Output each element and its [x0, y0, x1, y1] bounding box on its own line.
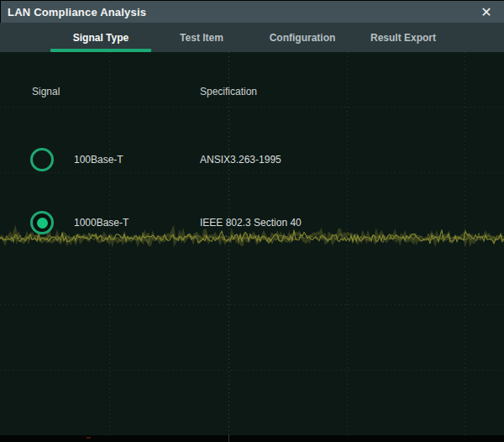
graticule-hline: [0, 172, 504, 173]
signal-label[interactable]: 1000Base-T: [74, 217, 129, 229]
dialog-title: LAN Compliance Analysis: [8, 6, 146, 18]
tab-signal-type[interactable]: Signal Type: [50, 23, 151, 52]
graticule-hline: [0, 107, 504, 108]
column-header-signal: Signal: [32, 87, 60, 97]
graticule-hline: [0, 304, 504, 305]
graticule-hline: [0, 370, 504, 371]
tab-strip: Signal Type Test Item Configuration Resu…: [50, 23, 454, 52]
radio-100base-t[interactable]: [30, 148, 54, 171]
trigger-level-tick: [87, 437, 91, 439]
specification-label: IEEE 802.3 Section 40: [200, 217, 302, 229]
specification-label: ANSIX3.263-1995: [200, 154, 281, 166]
signal-label[interactable]: 100Base-T: [74, 154, 123, 166]
radio-1000base-t[interactable]: [30, 211, 54, 234]
tab-result-export[interactable]: Result Export: [353, 23, 454, 52]
tab-test-item[interactable]: Test Item: [151, 23, 252, 52]
waveform-trace: [0, 225, 504, 250]
waveform-display-area: Signal Specification 100Base-T ANSIX3.26…: [0, 52, 504, 435]
dialog-titlebar: LAN Compliance Analysis ✕: [1, 1, 504, 23]
tab-label: Test Item: [180, 32, 223, 44]
lan-compliance-dialog: LAN Compliance Analysis ✕ Signal Type Te…: [0, 0, 504, 442]
center-tick: [228, 435, 229, 442]
tab-configuration[interactable]: Configuration: [252, 23, 353, 52]
bottom-strip: [0, 435, 504, 442]
tab-label: Signal Type: [73, 32, 129, 44]
tab-bar: Signal Type Test Item Configuration Resu…: [0, 23, 504, 52]
close-icon[interactable]: ✕: [475, 1, 497, 23]
tab-label: Configuration: [270, 32, 336, 44]
column-header-specification: Specification: [200, 87, 257, 97]
tab-label: Result Export: [370, 32, 436, 44]
